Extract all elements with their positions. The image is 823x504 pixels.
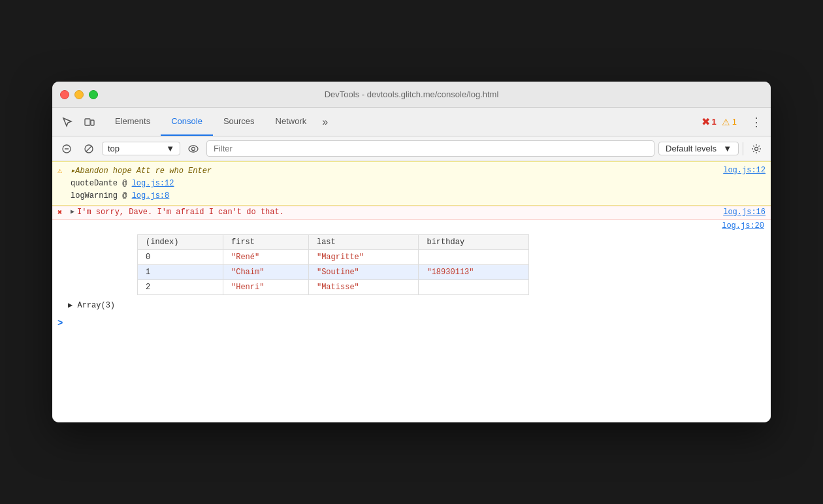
devtools-window: DevTools - devtools.glitch.me/console/lo… (52, 82, 771, 422)
close-button[interactable] (60, 90, 69, 99)
array-expand-button[interactable]: ▶ Array(3) (52, 298, 771, 313)
block-messages-button[interactable] (80, 140, 98, 158)
select-element-icon[interactable] (57, 112, 77, 132)
tab-console[interactable]: Console (161, 108, 213, 136)
cell-last-1: "Soutine" (308, 265, 419, 280)
warning-icon: ⚠ (57, 166, 68, 176)
warn-count: ⚠ 1 (722, 117, 737, 127)
svg-point-6 (189, 146, 198, 152)
tab-network[interactable]: Network (265, 108, 317, 136)
warning-line-2: quoteDante @ log.js:12 (52, 178, 771, 190)
settings-icon[interactable] (747, 140, 766, 158)
clear-console-button[interactable] (57, 140, 76, 158)
error-text: I'm sorry, Dave. I'm afraid I can't do t… (77, 208, 284, 217)
tab-icon-group (57, 112, 99, 132)
svg-line-5 (86, 146, 91, 151)
cell-birthday-0 (419, 250, 529, 265)
levels-selector[interactable]: Default levels ▼ (658, 142, 739, 155)
levels-chevron-icon: ▼ (723, 144, 732, 153)
cell-birthday-1: "18930113" (419, 265, 529, 280)
console-content: ⚠ ▸Abandon hope Att re who Enter log.js:… (52, 161, 771, 422)
error-icon: ✖ (57, 208, 68, 217)
error-section: ✖ ▶ I'm sorry, Dave. I'm afraid I can't … (52, 206, 771, 220)
devtools-tab-bar: Elements Console Sources Network » ✖ 1 ⚠ (52, 108, 771, 136)
more-tabs-button[interactable]: » (317, 116, 333, 128)
table-row: 1 "Chaim" "Soutine" "18930113" (138, 265, 529, 280)
warning-stack-1: quoteDante @ log.js:12 (71, 179, 766, 188)
cell-first-2: "Henri" (223, 280, 308, 295)
table-section: log.js:20 (index) first last birthday 0 … (52, 220, 771, 313)
error-circle-icon: ✖ (702, 116, 710, 128)
devtools-menu-button[interactable]: ⋮ (747, 113, 766, 131)
warning-line-1: ⚠ ▸Abandon hope Att re who Enter log.js:… (52, 165, 771, 178)
error-count: ✖ 1 (702, 116, 717, 128)
cell-last-2: "Matisse" (308, 280, 419, 295)
tab-sources[interactable]: Sources (213, 108, 265, 136)
col-birthday: birthday (419, 235, 529, 250)
eye-icon[interactable] (184, 140, 202, 158)
tabs-list: Elements Console Sources Network » (105, 108, 702, 136)
window-title: DevTools - devtools.glitch.me/console/lo… (325, 89, 499, 99)
warning-text-1: ▸Abandon hope Att re who Enter (71, 166, 723, 176)
svg-point-8 (755, 147, 758, 150)
svg-point-7 (192, 147, 195, 150)
stack-link-2[interactable]: log.js:8 (132, 191, 170, 200)
tab-status-area: ✖ 1 ⚠ 1 ⋮ (702, 113, 766, 131)
warning-line-3: logWarning @ log.js:8 (52, 190, 771, 202)
chevron-down-icon: ▼ (166, 144, 174, 153)
svg-rect-1 (91, 120, 94, 125)
console-table: (index) first last birthday 0 "René" "Ma… (137, 234, 529, 295)
col-index: (index) (138, 235, 223, 250)
col-first: first (223, 235, 308, 250)
table-row: 0 "René" "Magritte" (138, 250, 529, 265)
table-location-line: log.js:20 (52, 220, 771, 232)
toolbar-divider (743, 142, 743, 155)
maximize-button[interactable] (89, 90, 98, 99)
stack-link-1[interactable]: log.js:12 (132, 179, 174, 188)
warning-section: ⚠ ▸Abandon hope Att re who Enter log.js:… (52, 161, 771, 206)
cell-index-1: 1 (138, 265, 223, 280)
cell-first-0: "René" (223, 250, 308, 265)
cell-birthday-2 (419, 280, 529, 295)
console-input-line[interactable]: > (52, 313, 771, 334)
cell-first-1: "Chaim" (223, 265, 308, 280)
context-selector[interactable]: top ▼ (102, 142, 180, 155)
tab-elements[interactable]: Elements (105, 108, 161, 136)
traffic-lights (60, 90, 98, 99)
minimize-button[interactable] (74, 90, 84, 99)
cell-index-0: 0 (138, 250, 223, 265)
svg-rect-0 (85, 119, 90, 125)
error-expand-arrow[interactable]: ▶ (71, 208, 74, 215)
col-last: last (308, 235, 419, 250)
warning-triangle-icon: ⚠ (722, 117, 730, 127)
warning-location-1[interactable]: log.js:12 (723, 166, 766, 175)
table-row: 2 "Henri" "Matisse" (138, 280, 529, 295)
filter-input[interactable] (206, 140, 654, 157)
error-line: ✖ ▶ I'm sorry, Dave. I'm afraid I can't … (52, 206, 771, 219)
console-toolbar: top ▼ Default levels ▼ (52, 136, 771, 161)
cell-index-2: 2 (138, 280, 223, 295)
error-location[interactable]: log.js:16 (723, 208, 766, 217)
device-toolbar-icon[interactable] (80, 112, 99, 132)
warning-stack-2: logWarning @ log.js:8 (71, 191, 766, 200)
title-bar: DevTools - devtools.glitch.me/console/lo… (52, 82, 771, 108)
cell-last-0: "Magritte" (308, 250, 419, 265)
table-location[interactable]: log.js:20 (722, 221, 764, 230)
